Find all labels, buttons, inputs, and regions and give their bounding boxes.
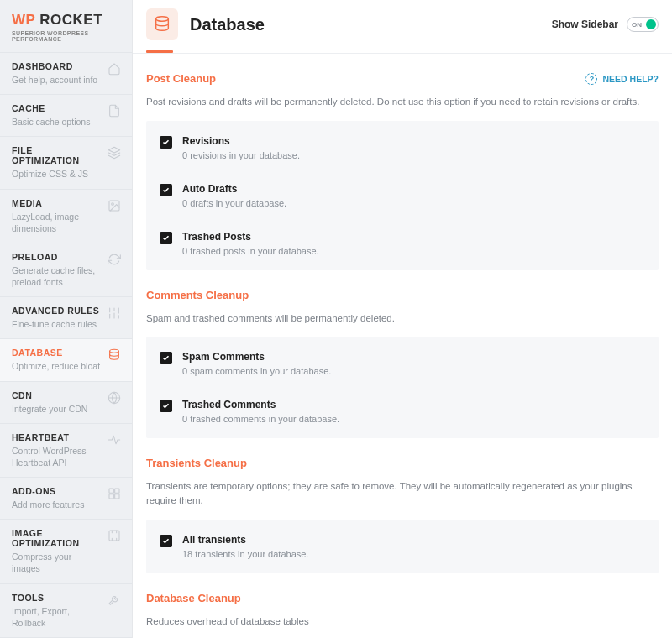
database-icon <box>146 8 178 40</box>
sidebar-item-heartbeat[interactable]: HEARTBEAT Control WordPress Heartbeat AP… <box>0 424 132 478</box>
sidebar-item-sub: Fine-tune cache rules <box>12 318 99 330</box>
sidebar-item-add-ons[interactable]: ADD-ONS Add more features <box>0 478 132 520</box>
puzzle-icon <box>107 486 122 501</box>
need-help-link[interactable]: ? NEED HELP? <box>585 73 659 85</box>
section-title: Database Cleanup <box>146 592 241 604</box>
sidebar-item-cdn[interactable]: CDN Integrate your CDN <box>0 382 132 424</box>
option-title: Auto Drafts <box>182 183 286 195</box>
section-desc: Transients are temporary options; they a… <box>146 479 659 507</box>
sidebar-item-label: IMAGE OPTIMIZATION <box>12 528 102 548</box>
sidebar-item-label: ADD-ONS <box>12 486 84 496</box>
refresh-icon <box>107 252 122 267</box>
sidebar-item-text: ADD-ONS Add more features <box>12 486 84 510</box>
sidebar-item-sub: LazyLoad, image dimensions <box>12 211 102 234</box>
checkbox-revisions[interactable] <box>160 136 172 149</box>
sidebar-item-label: PRELOAD <box>12 252 102 262</box>
option-body: All transients 18 transients in your dat… <box>182 534 308 559</box>
checkbox-spam-comments[interactable] <box>160 352 172 364</box>
sidebar-item-label: CACHE <box>12 103 90 113</box>
sidebar-item-label: DASHBOARD <box>12 61 97 71</box>
checkbox-all-transients[interactable] <box>160 535 172 547</box>
option-title: Revisions <box>182 135 300 147</box>
sidebar-item-sub: Compress your images <box>12 551 102 574</box>
options-card: Revisions 0 revisions in your database. … <box>146 121 659 270</box>
content-scroll: Post Cleanup ? NEED HELP? Post revisions… <box>133 54 672 638</box>
sidebar-item-database[interactable]: DATABASE Optimize, reduce bloat <box>0 339 132 381</box>
sidebar-item-sub: Control WordPress Heartbeat API <box>12 445 102 468</box>
sidebar-item-text: PRELOAD Generate cache files, preload fo… <box>12 252 102 288</box>
section-header: Transients Cleanup <box>146 457 659 469</box>
option-sub: 0 revisions in your database. <box>182 150 300 160</box>
sidebar-item-label: CDN <box>12 390 87 400</box>
globe-icon <box>107 390 122 405</box>
sidebar: WP ROCKET SUPERIOR WORDPRESS PERFORMANCE… <box>0 0 133 638</box>
option-body: Revisions 0 revisions in your database. <box>182 135 300 160</box>
sidebar-item-sub: Get help, account info <box>12 74 97 86</box>
section-desc: Reduces overhead of database tables <box>146 614 659 629</box>
svg-rect-14 <box>115 494 119 499</box>
section-header: Comments Cleanup <box>146 289 659 301</box>
sidebar-item-label: MEDIA <box>12 198 102 208</box>
sidebar-item-sub: Import, Export, Rollback <box>12 605 102 629</box>
svg-marker-0 <box>108 148 119 154</box>
svg-point-18 <box>156 17 169 22</box>
show-sidebar-toggle[interactable]: ON <box>627 17 659 32</box>
option-body: Trashed Posts 0 trashed posts in your da… <box>182 231 319 256</box>
sidebar-item-label: HEARTBEAT <box>12 432 102 442</box>
sidebar-item-file-optimization[interactable]: FILE OPTIMIZATION Optimize CSS & JS <box>0 137 132 189</box>
checkbox-trashed-comments[interactable] <box>160 400 172 412</box>
sidebar-item-text: MEDIA LazyLoad, image dimensions <box>12 198 102 234</box>
sidebar-item-tools[interactable]: TOOLS Import, Export, Rollback <box>0 584 132 638</box>
sidebar-item-sub: Generate cache files, preload fonts <box>12 264 102 288</box>
svg-rect-15 <box>109 531 119 541</box>
option-sub: 0 trashed posts in your database. <box>182 246 319 256</box>
section-title: Comments Cleanup <box>146 289 249 301</box>
svg-point-9 <box>110 350 119 353</box>
option-title: All transients <box>182 534 308 546</box>
brand-name: WP ROCKET <box>12 12 123 29</box>
sliders-icon <box>107 306 122 321</box>
sidebar-item-text: CDN Integrate your CDN <box>12 390 87 415</box>
brand-logo: WP ROCKET SUPERIOR WORDPRESS PERFORMANCE <box>0 0 132 52</box>
option-row: Auto Drafts 0 drafts in your database. <box>160 171 645 219</box>
option-title: Trashed Comments <box>182 399 339 411</box>
home-icon <box>107 61 122 76</box>
sidebar-item-text: FILE OPTIMIZATION Optimize CSS & JS <box>12 145 102 180</box>
database-icon <box>107 348 122 363</box>
option-sub: 0 drafts in your database. <box>182 198 286 208</box>
app-root: WP ROCKET SUPERIOR WORDPRESS PERFORMANCE… <box>0 0 672 638</box>
sidebar-item-preload[interactable]: PRELOAD Generate cache files, preload fo… <box>0 243 132 297</box>
sidebar-item-dashboard[interactable]: DASHBOARD Get help, account info <box>0 52 132 95</box>
option-sub: 0 spam comments in your database. <box>182 366 331 376</box>
option-row: Spam Comments 0 spam comments in your da… <box>160 340 645 387</box>
help-icon: ? <box>585 73 597 85</box>
checkbox-trashed-posts[interactable] <box>160 232 172 244</box>
sidebar-item-text: IMAGE OPTIMIZATION Compress your images <box>12 528 102 574</box>
sidebar-item-label: TOOLS <box>12 593 102 603</box>
section-desc: Spam and trashed comments will be perman… <box>146 311 659 326</box>
section-title: Transients Cleanup <box>146 457 247 469</box>
option-sub: 18 transients in your database. <box>182 549 308 559</box>
sidebar-item-advanced-rules[interactable]: ADVANCED RULES Fine-tune cache rules <box>0 297 132 339</box>
header-right: Show Sidebar ON <box>552 17 659 32</box>
checkbox-auto-drafts[interactable] <box>160 184 172 196</box>
section-header: Database Cleanup <box>146 592 659 604</box>
brand-name-wp: WP <box>12 12 35 28</box>
sidebar-item-label: FILE OPTIMIZATION <box>12 145 102 165</box>
option-body: Trashed Comments 0 trashed comments in y… <box>182 399 339 424</box>
options-card: Spam Comments 0 spam comments in your da… <box>146 337 659 438</box>
section-header: Post Cleanup ? NEED HELP? <box>146 72 659 85</box>
sidebar-item-cache[interactable]: CACHE Basic cache options <box>0 95 132 137</box>
sidebar-item-text: DATABASE Optimize, reduce bloat <box>12 348 100 372</box>
sidebar-item-media[interactable]: MEDIA LazyLoad, image dimensions <box>0 190 132 243</box>
need-help-label: NEED HELP? <box>602 74 659 84</box>
image-icon <box>107 198 122 213</box>
option-row: Revisions 0 revisions in your database. <box>160 124 645 171</box>
heartbeat-icon <box>107 432 122 447</box>
sidebar-item-sub: Add more features <box>12 499 84 510</box>
file-icon <box>107 103 122 118</box>
brand-tagline: SUPERIOR WORDPRESS PERFORMANCE <box>12 30 123 42</box>
sidebar-item-text: HEARTBEAT Control WordPress Heartbeat AP… <box>12 432 102 468</box>
show-sidebar-label: Show Sidebar <box>552 18 618 30</box>
sidebar-item-image-optimization[interactable]: IMAGE OPTIMIZATION Compress your images <box>0 520 132 583</box>
